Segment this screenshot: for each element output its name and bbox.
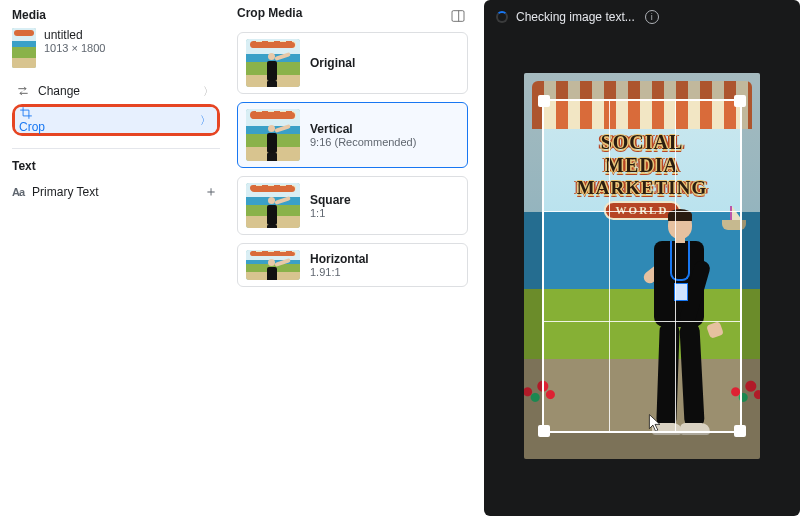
crop-option-title: Vertical [310, 122, 416, 136]
media-file-dimensions: 1013 × 1800 [44, 42, 105, 54]
media-file-title: untitled [44, 28, 105, 42]
svg-rect-0 [452, 11, 464, 22]
spinner-icon [496, 11, 508, 23]
divider [12, 148, 220, 149]
crop-option-sub: 1:1 [310, 207, 351, 219]
app-root: Media untitled 1013 × 1800 Change 〉 [0, 0, 800, 516]
crop-option-title: Horizontal [310, 252, 369, 266]
collapse-panel-button[interactable] [448, 6, 468, 26]
add-primary-text-button[interactable]: ＋ [202, 183, 220, 201]
crop-handle-tr[interactable] [734, 95, 746, 107]
primary-text-row[interactable]: Aa Primary Text ＋ [12, 179, 220, 205]
crop-frame[interactable] [542, 99, 742, 433]
primary-text-label: Primary Text [32, 185, 98, 199]
media-file-row[interactable]: untitled 1013 × 1800 [12, 28, 220, 68]
crop-media-header: Crop Media [237, 6, 302, 20]
crop-row[interactable]: Crop 〉 [15, 107, 217, 133]
preview-stage: SOCIAL MEDIA MARKETING WORLD [484, 32, 800, 516]
crop-option-thumb [246, 250, 300, 280]
crop-option-thumb [246, 183, 300, 228]
chevron-right-icon: 〉 [200, 113, 211, 128]
status-bar: Checking image text... i [484, 0, 800, 32]
swap-icon [16, 84, 30, 98]
media-header: Media [12, 8, 220, 22]
crop-option-sub: 9:16 (Recommended) [310, 136, 416, 148]
crop-icon [19, 106, 33, 120]
crop-option-horizontal[interactable]: Horizontal1.91:1 [237, 243, 468, 287]
info-icon[interactable]: i [645, 10, 659, 24]
crop-option-thumb [246, 39, 300, 87]
crop-handle-br[interactable] [734, 425, 746, 437]
preview-panel: Checking image text... i SOCIAL MEDIA MA… [484, 0, 800, 516]
preview-image[interactable]: SOCIAL MEDIA MARKETING WORLD [524, 73, 760, 459]
crop-label: Crop [19, 120, 45, 134]
change-label: Change [38, 84, 80, 98]
media-file-info: untitled 1013 × 1800 [44, 28, 105, 54]
status-text: Checking image text... [516, 10, 635, 24]
crop-option-title: Original [310, 56, 355, 70]
crop-handle-tl[interactable] [538, 95, 550, 107]
crop-media-panel: Crop Media Original Vertical9:16 (Recomm… [230, 0, 478, 516]
media-panel: Media untitled 1013 × 1800 Change 〉 [0, 0, 230, 516]
text-header: Text [12, 159, 220, 173]
chevron-right-icon: 〉 [203, 84, 214, 99]
text-icon: Aa [12, 186, 24, 198]
crop-option-vertical[interactable]: Vertical9:16 (Recommended) [237, 102, 468, 168]
crop-option-original[interactable]: Original [237, 32, 468, 94]
crop-handle-bl[interactable] [538, 425, 550, 437]
crop-option-sub: 1.91:1 [310, 266, 369, 278]
change-row[interactable]: Change 〉 [12, 78, 220, 104]
crop-option-thumb [246, 109, 300, 161]
crop-row-highlight: Crop 〉 [12, 104, 220, 136]
media-thumbnail [12, 28, 36, 68]
crop-option-title: Square [310, 193, 351, 207]
crop-option-square[interactable]: Square1:1 [237, 176, 468, 235]
